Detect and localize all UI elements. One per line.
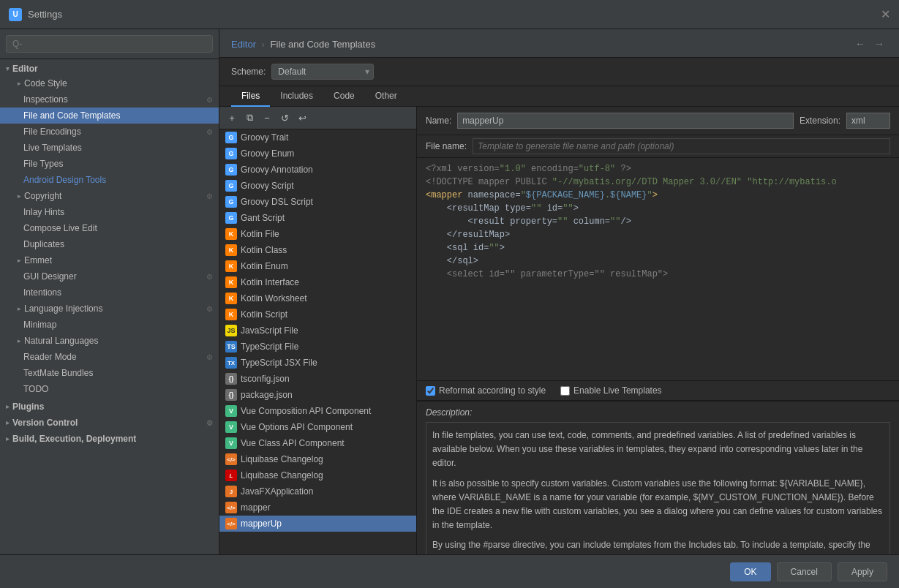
content-header: Editor › File and Code Templates ← → (219, 29, 899, 58)
list-item[interactable]: TSTypeScript File (219, 339, 416, 355)
filename-input[interactable] (473, 138, 890, 154)
list-item[interactable]: GGroovy Enum (219, 146, 416, 162)
code-line: <select id="" parameterType="" resultMap… (426, 268, 890, 281)
list-item[interactable]: VVue Class API Component (219, 435, 416, 451)
nav-back-button[interactable]: ← (852, 37, 868, 51)
add-template-button[interactable]: + (224, 110, 240, 126)
bottom-bar: OK Cancel Apply (0, 554, 899, 588)
list-item[interactable]: GGroovy Script (219, 178, 416, 194)
sidebar-item-gui-designer[interactable]: GUI Designer ⚙ (0, 268, 219, 284)
list-item[interactable]: KKotlin Enum (219, 258, 416, 274)
sidebar-item-minimap[interactable]: Minimap (0, 317, 219, 333)
sidebar-item-intentions[interactable]: Intentions (0, 284, 219, 301)
sidebar-item-code-style[interactable]: ▸ Code Style (0, 75, 219, 91)
sidebar: ▾ Editor ▸ Code Style Inspections ⚙ File… (0, 29, 219, 554)
groovy-icon: G (225, 148, 237, 159)
js-icon: JS (225, 325, 237, 336)
enable-live-templates-checkbox-item[interactable]: Enable Live Templates (560, 385, 662, 396)
close-button[interactable]: ✕ (881, 7, 890, 21)
reformat-checkbox-item[interactable]: Reformat according to style (426, 385, 546, 396)
description-text: In file templates, you can use text, cod… (426, 422, 890, 554)
vue-icon-2: V (225, 421, 237, 433)
tab-other[interactable]: Other (365, 86, 407, 107)
chevron-right-icon-2: ▸ (18, 192, 21, 200)
sidebar-item-emmet[interactable]: ▸ Emmet (0, 252, 219, 268)
list-item[interactable]: GGant Script (219, 210, 416, 226)
reformat-checkbox[interactable] (426, 386, 435, 396)
description-p3: By using the #parse directive, you can i… (432, 538, 884, 554)
main-layout: ▾ Editor ▸ Code Style Inspections ⚙ File… (0, 29, 899, 554)
name-input[interactable] (457, 113, 794, 129)
chevron-right-icon-4: ▸ (18, 305, 21, 312)
breadcrumb: Editor › File and Code Templates (231, 39, 375, 50)
list-item[interactable]: KKotlin Class (219, 242, 416, 258)
groovy-icon: G (225, 196, 237, 208)
list-item[interactable]: {}tsconfig.json (219, 371, 416, 387)
extension-input[interactable] (846, 113, 890, 129)
ok-button[interactable]: OK (730, 562, 770, 581)
chevron-right-icon-6: ▸ (6, 403, 10, 410)
reset-template-button[interactable]: ↺ (277, 110, 293, 126)
sidebar-item-android-design-tools[interactable]: Android Design Tools (0, 172, 219, 188)
remove-template-button[interactable]: − (259, 110, 275, 126)
list-item[interactable]: VVue Composition API Component (219, 403, 416, 419)
right-pane: Name: Extension: File name: <?xml versio… (417, 107, 899, 554)
settings-icon-3: ⚙ (206, 192, 213, 200)
chevron-right-icon-5: ▸ (18, 337, 21, 344)
tab-files[interactable]: Files (231, 86, 270, 107)
list-item[interactable]: KKotlin File (219, 226, 416, 242)
list-item[interactable]: VVue Options API Component (219, 419, 416, 435)
file-list-toolbar: + ⧉ − ↺ ↩ (219, 107, 416, 129)
sidebar-group-plugins[interactable]: ▸ Plugins (0, 397, 219, 413)
sidebar-item-language-injections[interactable]: ▸ Language Injections ⚙ (0, 301, 219, 317)
sidebar-item-file-and-code-templates[interactable]: File and Code Templates (0, 108, 219, 124)
xml-icon: </> (225, 453, 237, 465)
sidebar-item-inspections[interactable]: Inspections ⚙ (0, 91, 219, 108)
reformat-label: Reformat according to style (439, 385, 546, 396)
sidebar-item-duplicates[interactable]: Duplicates (0, 236, 219, 252)
scheme-row: Scheme: Default Project (219, 58, 899, 86)
scheme-select[interactable]: Default Project (271, 64, 374, 80)
enable-live-templates-checkbox[interactable] (560, 386, 570, 396)
list-item-mapperup[interactable]: </>mapperUp (219, 516, 416, 532)
list-item[interactable]: GGroovy Annotation (219, 162, 416, 178)
sidebar-item-file-encodings[interactable]: File Encodings ⚙ (0, 124, 219, 140)
list-item[interactable]: TXTypeScript JSX File (219, 355, 416, 371)
sidebar-item-copyright[interactable]: ▸ Copyright ⚙ (0, 188, 219, 204)
list-item[interactable]: KKotlin Worksheet (219, 290, 416, 306)
list-item[interactable]: JJavaFXApplication (219, 483, 416, 500)
list-item[interactable]: KKotlin Interface (219, 274, 416, 290)
list-item[interactable]: LLiquibase Changelog (219, 467, 416, 483)
sidebar-item-textmate-bundles[interactable]: TextMate Bundles (0, 365, 219, 381)
list-item[interactable]: GGroovy DSL Script (219, 194, 416, 210)
search-input[interactable] (6, 35, 213, 53)
apply-button[interactable]: Apply (838, 562, 887, 581)
sidebar-group-build[interactable]: ▸ Build, Execution, Deployment (0, 429, 219, 445)
sidebar-item-file-types[interactable]: File Types (0, 156, 219, 172)
list-item[interactable]: </>mapper (219, 500, 416, 516)
sidebar-group-editor[interactable]: ▾ Editor (0, 59, 219, 75)
sidebar-item-live-templates[interactable]: Live Templates (0, 140, 219, 156)
sidebar-group-version-control[interactable]: ▸ Version Control ⚙ (0, 413, 219, 429)
sidebar-item-inlay-hints[interactable]: Inlay Hints (0, 204, 219, 220)
sidebar-item-reader-mode[interactable]: Reader Mode ⚙ (0, 349, 219, 365)
sidebar-item-todo[interactable]: TODO (0, 381, 219, 397)
nav-forward-button[interactable]: → (871, 37, 887, 51)
settings-icon: ⚙ (206, 96, 213, 104)
kotlin-icon: K (225, 260, 237, 272)
code-editor[interactable]: <?xml version="1.0" encoding="utf-8" ?> … (417, 158, 899, 381)
copy-template-button[interactable]: ⧉ (241, 110, 257, 126)
sidebar-item-compose-live-edit[interactable]: Compose Live Edit (0, 220, 219, 236)
undo-template-button[interactable]: ↩ (294, 110, 310, 126)
list-item[interactable]: KKotlin Script (219, 306, 416, 323)
tab-includes[interactable]: Includes (270, 86, 323, 107)
list-item[interactable]: {}package.json (219, 387, 416, 403)
code-line: </sql> (426, 255, 890, 268)
list-item[interactable]: JSJavaScript File (219, 323, 416, 339)
cancel-button[interactable]: Cancel (777, 562, 832, 581)
list-item[interactable]: GGroovy Trait (219, 129, 416, 146)
tab-code[interactable]: Code (323, 86, 365, 107)
breadcrumb-parent[interactable]: Editor (231, 39, 256, 50)
sidebar-item-natural-languages[interactable]: ▸ Natural Languages (0, 333, 219, 349)
list-item[interactable]: </>Liquibase Changelog (219, 451, 416, 467)
